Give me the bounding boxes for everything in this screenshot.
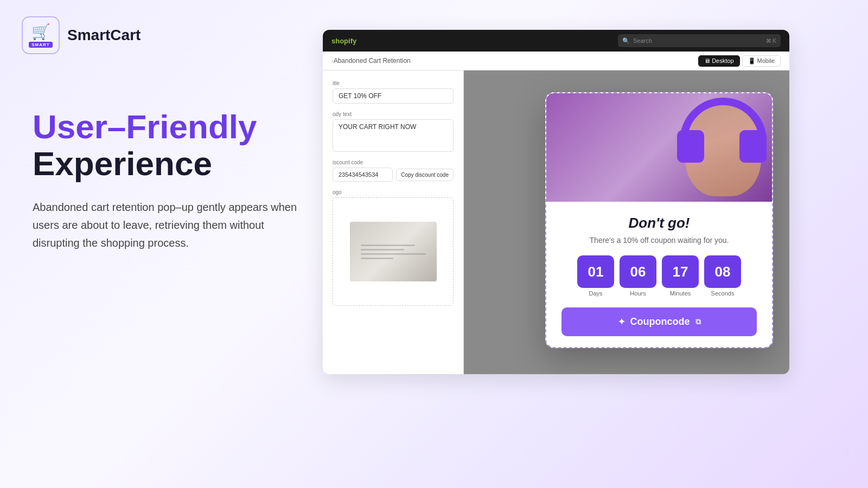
countdown-minutes: 17 Minutes (662, 255, 699, 297)
title-field-group: itle GET 10% OFF (333, 80, 454, 104)
days-label: Days (589, 290, 602, 297)
title-label: itle (333, 80, 454, 86)
hero-title-line1: User–Friendly (33, 108, 257, 145)
coupon-label: Couponcode (630, 316, 690, 328)
headphone-ear-left (739, 130, 767, 163)
logo-badge: SMART (29, 42, 52, 48)
hours-label: Hours (630, 290, 646, 297)
discount-row: 235434543534 Copy discount code (333, 168, 454, 182)
logo-field-group: ogo (333, 189, 454, 306)
popup-title: Don't go! (561, 215, 757, 232)
days-value: 01 (577, 255, 614, 288)
seconds-label: Seconds (711, 290, 735, 297)
hours-value: 06 (620, 255, 656, 288)
logo-upload-img (350, 222, 437, 281)
body-textarea[interactable]: YOUR CART RIGHT NOW (333, 119, 454, 152)
shopify-topbar: shopify 🔍 Search ⌘ K (323, 30, 789, 52)
hero-title: User–Friendly Experience (33, 108, 309, 182)
discount-field-group: iscount code 235434543534 Copy discount … (333, 159, 454, 182)
desktop-view-btn[interactable]: 🖥 Desktop (698, 55, 739, 67)
title-input[interactable]: GET 10% OFF (333, 88, 454, 104)
hero-description: Abandoned cart retention pop–up gently a… (33, 198, 309, 252)
popup-card: Don't go! There's a 10% off coupon waiti… (545, 92, 773, 348)
body-label: ody text (333, 111, 454, 117)
countdown-row: 01 Days 06 Hours 17 Minutes 08 (561, 255, 757, 297)
logo-upload-area[interactable] (333, 197, 454, 306)
popup-subtitle: There's a 10% off coupon waiting for you… (561, 236, 757, 245)
logo-box: 🛒 SMART (22, 16, 60, 54)
shopify-editor: shopify 🔍 Search ⌘ K › Abandoned Cart Re… (323, 30, 789, 374)
headphone-ear-right (677, 130, 704, 163)
desktop-label: Desktop (712, 57, 733, 64)
editor-body: itle GET 10% OFF ody text YOUR CART RIGH… (323, 70, 789, 374)
coupon-copy-icon: ⧉ (695, 317, 701, 326)
hero-section: User–Friendly Experience Abandoned cart … (33, 108, 309, 252)
countdown-days: 01 Days (577, 255, 614, 297)
search-kbd: ⌘ K (766, 38, 776, 44)
mobile-label: Mobile (757, 57, 775, 64)
editor-right-panel: Don't go! There's a 10% off coupon waiti… (464, 70, 789, 374)
header: 🛒 SMART SmartCart (22, 16, 141, 54)
shopify-subbar: › Abandoned Cart Retention 🖥 Desktop 📱 M… (323, 52, 789, 70)
discount-input[interactable]: 235434543534 (333, 168, 393, 182)
body-field-group: ody text YOUR CART RIGHT NOW (333, 111, 454, 152)
countdown-hours: 06 Hours (620, 255, 656, 297)
mobile-icon: 📱 (748, 57, 756, 64)
hero-title-line2: Experience (33, 145, 212, 182)
cart-icon: 🛒 (31, 23, 50, 41)
shopify-brand: shopify (331, 37, 356, 45)
popup-body: Don't go! There's a 10% off coupon waiti… (546, 202, 772, 347)
editor-left-panel: itle GET 10% OFF ody text YOUR CART RIGH… (323, 70, 464, 374)
person-silhouette (663, 93, 772, 202)
coupon-star-icon: ✦ (618, 317, 625, 327)
desktop-icon: 🖥 (704, 57, 710, 64)
app-name: SmartCart (67, 27, 141, 44)
popup-image (546, 93, 772, 202)
shopify-search[interactable]: 🔍 Search ⌘ K (618, 34, 781, 47)
logo-label: ogo (333, 189, 454, 195)
mobile-view-btn[interactable]: 📱 Mobile (742, 55, 781, 67)
seconds-value: 08 (704, 255, 741, 288)
view-toggle: 🖥 Desktop 📱 Mobile (698, 55, 781, 67)
placeholder-lines (361, 245, 426, 259)
countdown-seconds: 08 Seconds (704, 255, 741, 297)
copy-discount-btn[interactable]: Copy discount code (396, 169, 454, 181)
search-placeholder: Search (633, 37, 652, 44)
discount-label: iscount code (333, 159, 454, 165)
minutes-value: 17 (662, 255, 699, 288)
minutes-label: Minutes (670, 290, 691, 297)
coupon-button[interactable]: ✦ Couponcode ⧉ (561, 307, 757, 336)
breadcrumb: Abandoned Cart Retention (334, 57, 411, 65)
